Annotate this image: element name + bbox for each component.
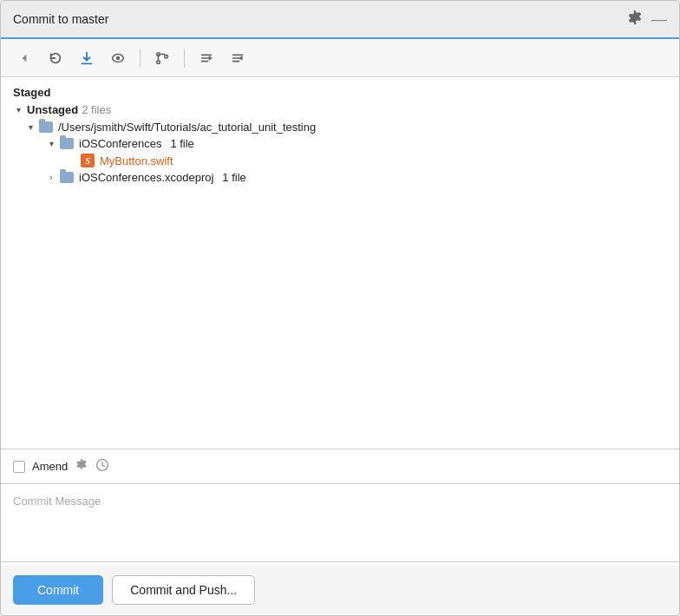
title-bar-actions: —	[627, 10, 667, 29]
amend-history-icon[interactable]	[95, 458, 109, 475]
root-path-label: /Users/jsmith/Swift/Tutorials/ac_tutoria…	[58, 121, 316, 134]
minimize-icon[interactable]: —	[651, 10, 667, 29]
title-bar: Commit to master —	[1, 1, 679, 39]
commit-and-push-button[interactable]: Commit and Push...	[112, 575, 255, 605]
eye-button[interactable]	[105, 47, 131, 69]
stage-all-button[interactable]	[193, 47, 219, 69]
branch-button[interactable]	[149, 47, 175, 69]
folder2-label: iOSConferences.xcodeproj	[79, 171, 213, 184]
toolbar	[1, 39, 679, 77]
svg-point-4	[165, 55, 168, 58]
unstaged-group: ▾ Unstaged 2 files	[1, 101, 679, 119]
folder1-chevron[interactable]: ▾	[46, 139, 56, 148]
folder1-label: iOSConferences	[79, 137, 161, 150]
file-tree: Staged ▾ Unstaged 2 files ▾ /Users/jsmit…	[1, 77, 679, 449]
window-title: Commit to master	[13, 12, 108, 26]
unstage-all-button[interactable]	[225, 47, 251, 69]
bottom-area: Amend Commit Commit and Push...	[1, 449, 679, 615]
file1-item[interactable]: S MyButton.swift	[1, 152, 679, 169]
folder1-item[interactable]: ▾ iOSConferences 1 file	[1, 135, 679, 152]
download-button[interactable]	[74, 47, 100, 69]
back-button[interactable]	[11, 47, 37, 69]
svg-point-1	[116, 56, 121, 60]
unstaged-count: 2 files	[82, 103, 111, 116]
folder2-chevron[interactable]: ›	[46, 173, 56, 182]
staged-header: Staged	[1, 84, 679, 101]
refresh-button[interactable]	[42, 47, 69, 69]
file1-label: MyButton.swift	[100, 154, 173, 167]
folder1-icon	[60, 138, 74, 149]
amend-row: Amend	[1, 449, 679, 484]
root-folder-icon	[39, 121, 53, 133]
unstaged-label: Unstaged	[27, 103, 78, 116]
folder2-icon	[60, 172, 74, 183]
main-window: Commit to master —	[0, 0, 680, 616]
folder2-item[interactable]: › iOSConferences.xcodeproj 1 file	[1, 169, 679, 186]
root-path-item[interactable]: ▾ /Users/jsmith/Swift/Tutorials/ac_tutor…	[1, 119, 679, 135]
toolbar-separator-2	[184, 49, 185, 68]
unstaged-chevron[interactable]: ▾	[13, 105, 23, 115]
folder2-count: 1 file	[222, 171, 245, 184]
swift-file-icon: S	[81, 154, 95, 167]
folder1-count: 1 file	[170, 137, 193, 150]
amend-label: Amend	[32, 460, 68, 473]
settings-icon[interactable]	[627, 10, 643, 29]
button-row: Commit Commit and Push...	[1, 565, 679, 615]
toolbar-separator-1	[140, 49, 141, 68]
commit-message-input[interactable]	[1, 484, 679, 562]
amend-settings-icon[interactable]	[75, 458, 88, 475]
amend-checkbox[interactable]	[13, 461, 25, 473]
root-path-chevron[interactable]: ▾	[25, 122, 36, 132]
commit-button[interactable]: Commit	[13, 575, 103, 605]
